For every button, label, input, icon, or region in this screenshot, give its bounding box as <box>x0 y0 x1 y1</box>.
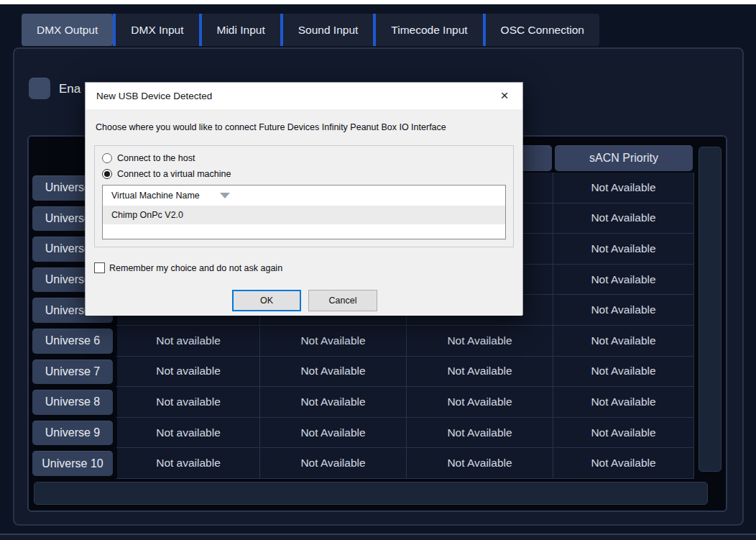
vm-list-header[interactable]: Virtual Machine Name <box>103 186 505 206</box>
table-cell: Not Available <box>260 387 407 418</box>
cancel-button[interactable]: Cancel <box>308 290 377 311</box>
table-cell: Not Available <box>553 326 694 357</box>
radio-vm-label: Connect to a virtual machine <box>117 169 231 179</box>
tab-sound-input[interactable]: Sound Input <box>280 14 374 46</box>
table-cell: Not available <box>115 418 260 449</box>
vertical-scrollbar[interactable] <box>699 147 722 472</box>
dialog-message: Choose where you would like to connect F… <box>96 122 446 132</box>
vm-list: Virtual Machine Name Chimp OnPc V2.0 <box>102 185 506 239</box>
dialog-title: New USB Device Detected <box>96 83 212 109</box>
vm-list-item-label: Chimp OnPc V2.0 <box>111 210 183 220</box>
ok-button[interactable]: OK <box>232 290 301 311</box>
dialog-title-bar: New USB Device Detected × <box>86 83 522 109</box>
tab-dmx-input[interactable]: DMX Input <box>113 14 198 46</box>
table-cell: Not Available <box>553 387 694 418</box>
usb-device-dialog: New USB Device Detected × Choose where y… <box>85 82 523 315</box>
connection-choice-group: Connect to the host Connect to a virtual… <box>94 145 514 247</box>
table-cell: Not Available <box>553 448 694 479</box>
table-cell: Not Available <box>553 265 694 296</box>
table-cell: Not Available <box>407 387 553 418</box>
table-cell: Not Available <box>407 357 553 388</box>
dialog-body: Choose where you would like to connect F… <box>86 109 522 316</box>
bottom-strip <box>0 535 756 540</box>
tab-timecode-input[interactable]: Timecode Input <box>373 14 482 46</box>
table-cell: Not Available <box>407 448 553 479</box>
radio-connect-vm[interactable]: Connect to a virtual machine <box>102 169 231 179</box>
remember-label: Remember my choice and do not ask again <box>109 263 282 273</box>
chevron-down-icon <box>220 193 230 198</box>
universe-row-button[interactable]: Universe 9 <box>32 421 113 446</box>
table-cell: Not Available <box>553 418 694 449</box>
table-cell: Not available <box>115 448 260 479</box>
universe-row-button[interactable]: Universe 7 <box>32 360 113 385</box>
horizontal-scrollbar[interactable] <box>34 482 708 505</box>
table-cell: Not Available <box>407 418 553 449</box>
radio-selected-icon[interactable] <box>102 169 112 179</box>
table-cell: Not Available <box>260 448 407 479</box>
table-cell: Not Available <box>553 173 694 203</box>
table-cell: Not Available <box>260 418 407 449</box>
column-header-sacn-priority[interactable]: sACN Priority <box>555 145 693 171</box>
enable-label: Ena <box>59 82 80 96</box>
vm-list-header-label: Virtual Machine Name <box>111 191 200 201</box>
enable-checkbox[interactable] <box>29 78 50 99</box>
table-cell: Not Available <box>553 357 694 388</box>
radio-connect-host[interactable]: Connect to the host <box>102 153 195 163</box>
tab-dmx-output[interactable]: DMX Output <box>22 14 113 46</box>
remember-checkbox[interactable] <box>94 262 105 273</box>
close-icon[interactable]: × <box>495 86 514 105</box>
tab-midi-input[interactable]: Midi Input <box>199 14 280 46</box>
table-cell: Not Available <box>553 234 694 265</box>
settings-tab-bar: DMX Output DMX Input Midi Input Sound In… <box>22 14 599 46</box>
table-cell: Not Available <box>407 326 553 357</box>
tab-osc-connection[interactable]: OSC Connection <box>483 14 599 46</box>
table-cell: Not available <box>115 326 260 357</box>
app-window: DMX Output DMX Input Midi Input Sound In… <box>0 4 756 540</box>
universe-row-button[interactable]: Universe 6 <box>32 329 113 354</box>
remember-choice-checkbox-row[interactable]: Remember my choice and do not ask again <box>94 262 282 273</box>
table-cell: Not Available <box>553 295 694 326</box>
table-cell: Not Available <box>260 326 407 357</box>
table-cell: Not available <box>115 387 260 418</box>
universe-row-button[interactable]: Universe 10 <box>32 451 113 476</box>
radio-unselected-icon[interactable] <box>102 153 112 163</box>
vm-list-item[interactable]: Chimp OnPc V2.0 <box>103 206 505 224</box>
table-cell: Not Available <box>553 203 694 234</box>
table-cell: Not Available <box>260 357 407 388</box>
radio-host-label: Connect to the host <box>117 153 195 163</box>
table-cell: Not available <box>115 357 260 388</box>
universe-row-button[interactable]: Universe 8 <box>32 390 113 415</box>
